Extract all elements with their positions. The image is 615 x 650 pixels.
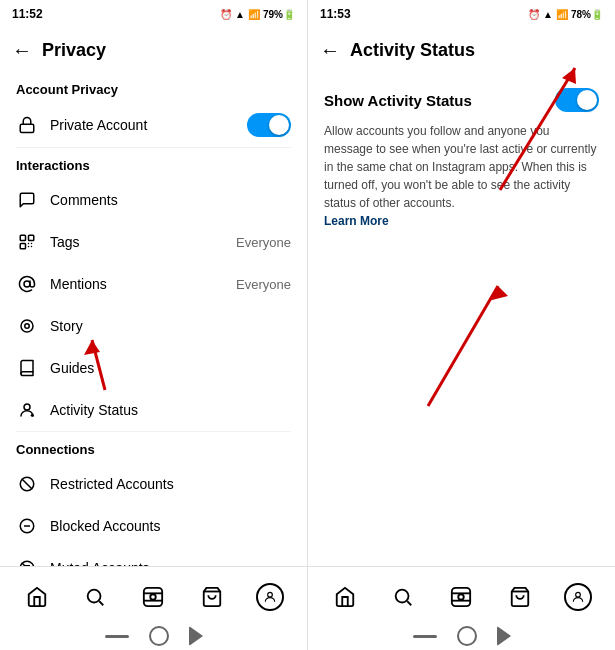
- blocked-icon: [16, 515, 38, 537]
- blocked-label: Blocked Accounts: [50, 518, 291, 534]
- svg-line-24: [428, 286, 498, 406]
- svg-rect-28: [452, 587, 470, 605]
- story-label: Story: [50, 318, 291, 334]
- svg-point-5: [21, 320, 33, 332]
- connections-header: Connections: [4, 432, 303, 463]
- svg-point-7: [24, 404, 30, 410]
- right-status-icons: ⏰ ▲ 📶 78%🔋: [528, 9, 603, 20]
- battery-icon-r: 78%🔋: [571, 9, 603, 20]
- svg-point-33: [576, 592, 581, 597]
- svg-point-6: [25, 324, 30, 329]
- story-item[interactable]: Story: [4, 305, 303, 347]
- left-nav-home[interactable]: [17, 586, 57, 608]
- show-activity-toggle[interactable]: [555, 88, 599, 112]
- blocked-item[interactable]: Blocked Accounts: [4, 505, 303, 547]
- private-account-toggle[interactable]: [247, 113, 291, 137]
- svg-line-10: [22, 479, 33, 490]
- svg-point-29: [459, 594, 465, 600]
- comments-label: Comments: [50, 192, 291, 208]
- arrows-area: [308, 246, 615, 566]
- right-time: 11:53: [320, 7, 351, 21]
- guides-item[interactable]: Guides: [4, 347, 303, 389]
- svg-line-27: [408, 601, 412, 605]
- learn-more-link[interactable]: Learn More: [324, 214, 389, 228]
- left-gesture-bar: [0, 626, 307, 650]
- wifi-icon: ▲: [235, 9, 245, 20]
- private-account-row[interactable]: Private Account: [4, 103, 303, 147]
- tags-item[interactable]: Tags Everyone: [4, 221, 303, 263]
- right-nav-profile[interactable]: [558, 583, 598, 611]
- tags-value: Everyone: [236, 235, 291, 250]
- right-nav-search[interactable]: [383, 586, 423, 608]
- activity-status-item[interactable]: Activity Status: [4, 389, 303, 431]
- gesture-square: [105, 635, 129, 638]
- lock-icon: [16, 114, 38, 136]
- story-icon: [16, 315, 38, 337]
- activity-toggle-knob: [577, 90, 597, 110]
- mentions-value: Everyone: [236, 277, 291, 292]
- activity-title-row: Show Activity Status: [324, 88, 599, 112]
- activity-description: Allow accounts you follow and anyone you…: [324, 122, 599, 230]
- right-gesture-square: [413, 635, 437, 638]
- right-gesture-circle: [457, 626, 477, 646]
- muted-item[interactable]: Muted Accounts: [4, 547, 303, 566]
- right-profile-circle: [564, 583, 592, 611]
- guides-icon: [16, 357, 38, 379]
- left-time: 11:52: [12, 7, 43, 21]
- left-nav-shop[interactable]: [192, 586, 232, 608]
- right-nav-shop[interactable]: [500, 586, 540, 608]
- right-nav-reels[interactable]: [441, 586, 481, 608]
- activity-icon: [16, 399, 38, 421]
- mentions-item[interactable]: Mentions Everyone: [4, 263, 303, 305]
- left-top-nav: ← Privacy: [0, 28, 307, 72]
- show-activity-label: Show Activity Status: [324, 92, 472, 109]
- tag-icon: [16, 231, 38, 253]
- svg-line-17: [100, 601, 104, 605]
- right-status-bar: 11:53 ⏰ ▲ 📶 78%🔋: [308, 0, 615, 28]
- right-panel: 11:53 ⏰ ▲ 📶 78%🔋 ← Activity Status Show …: [308, 0, 615, 650]
- battery-icon: 79%🔋: [263, 9, 295, 20]
- left-bottom-nav: [0, 566, 307, 626]
- profile-circle: [256, 583, 284, 611]
- svg-rect-2: [29, 235, 34, 240]
- left-nav-reels[interactable]: [133, 586, 173, 608]
- interactions-header: Interactions: [4, 148, 303, 179]
- right-bottom-nav: [308, 566, 615, 626]
- right-gesture-bar: [308, 626, 615, 650]
- right-nav-title: Activity Status: [350, 40, 475, 61]
- wifi-icon-r: ▲: [543, 9, 553, 20]
- left-nav-search[interactable]: [75, 586, 115, 608]
- arrow-svg: [348, 246, 548, 446]
- right-back-button[interactable]: ←: [320, 39, 340, 62]
- svg-point-4: [24, 281, 30, 287]
- left-nav-title: Privacy: [42, 40, 106, 61]
- comments-item[interactable]: Comments: [4, 179, 303, 221]
- left-panel: 11:52 ⏰ ▲ 📶 79%🔋 ← Privacy Account Priva…: [0, 0, 308, 650]
- svg-rect-0: [20, 124, 34, 132]
- svg-rect-3: [20, 244, 25, 249]
- svg-point-8: [31, 414, 34, 417]
- svg-point-19: [151, 594, 157, 600]
- restricted-label: Restricted Accounts: [50, 476, 291, 492]
- restricted-icon: [16, 473, 38, 495]
- right-nav-home[interactable]: [325, 586, 365, 608]
- svg-rect-18: [144, 587, 162, 605]
- activity-status-label: Activity Status: [50, 402, 291, 418]
- left-status-bar: 11:52 ⏰ ▲ 📶 79%🔋: [0, 0, 307, 28]
- muted-icon: [16, 557, 38, 566]
- activity-content: Show Activity Status Allow accounts you …: [308, 72, 615, 246]
- left-nav-profile[interactable]: [250, 583, 290, 611]
- guides-label: Guides: [50, 360, 291, 376]
- left-content: Account Privacy Private Account Interact…: [0, 72, 307, 566]
- gesture-circle: [149, 626, 169, 646]
- muted-label: Muted Accounts: [50, 560, 291, 566]
- gesture-triangle: [189, 626, 203, 646]
- svg-marker-25: [488, 286, 508, 301]
- svg-rect-1: [20, 235, 25, 240]
- left-back-button[interactable]: ←: [12, 39, 32, 62]
- restricted-item[interactable]: Restricted Accounts: [4, 463, 303, 505]
- toggle-knob: [269, 115, 289, 135]
- right-gesture-triangle: [497, 626, 511, 646]
- mentions-label: Mentions: [50, 276, 224, 292]
- right-top-nav: ← Activity Status: [308, 28, 615, 72]
